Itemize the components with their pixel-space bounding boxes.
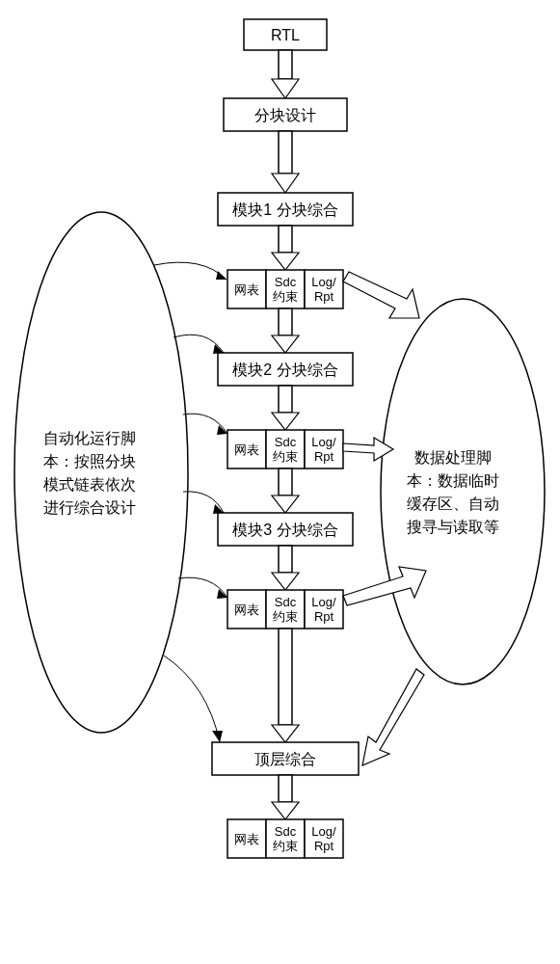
- arrow-part-m1: [272, 131, 299, 193]
- node-top-label: 顶层综合: [254, 751, 316, 767]
- svg-marker-16: [272, 413, 299, 430]
- svg-rect-28: [279, 629, 292, 725]
- cell-sdc-2: 约束: [273, 449, 298, 464]
- node-m1: 模块1 分块综合: [218, 193, 353, 226]
- svg-rect-31: [279, 775, 292, 802]
- arrow-r1-right: [343, 272, 419, 318]
- cell-log-2: Rpt: [314, 289, 334, 304]
- svg-rect-15: [279, 386, 292, 413]
- svg-marker-21: [272, 495, 299, 513]
- node-part: 分块设计: [224, 98, 347, 131]
- svg-marker-8: [272, 253, 299, 270]
- result-row-2: 网表 Sdc 约束 Log/ Rpt: [227, 430, 343, 469]
- result-row-top: 网表 Sdc 约束 Log/ Rpt: [227, 819, 343, 858]
- left-ellipse-l2: 本：按照分块: [43, 453, 136, 469]
- node-part-label: 分块设计: [254, 107, 316, 123]
- arrow-m2-r2: [272, 386, 299, 430]
- svg-rect-4: [279, 131, 292, 174]
- right-ellipse-l1: 数据处理脚: [414, 449, 492, 466]
- node-top: 顶层综合: [212, 742, 359, 775]
- svg-marker-47: [362, 669, 424, 765]
- svg-marker-29: [272, 725, 299, 742]
- svg-marker-44: [343, 272, 419, 318]
- arrow-rtl-part: [272, 50, 299, 98]
- cell-log-1: Log/: [311, 275, 336, 289]
- svg-rect-20: [279, 469, 292, 495]
- right-ellipse-l2: 本：数据临时: [407, 472, 499, 489]
- cell-log-1: Log/: [311, 435, 336, 449]
- cell-log-2: Rpt: [314, 449, 334, 464]
- cell-netlist: 网表: [234, 282, 259, 297]
- node-m3-label: 模块3 分块综合: [232, 522, 337, 538]
- cell-sdc-1: Sdc: [275, 824, 297, 839]
- left-ellipse-l1: 自动化运行脚: [43, 430, 136, 446]
- arrow-top-rtop: [272, 775, 299, 819]
- svg-rect-7: [279, 226, 292, 253]
- svg-marker-5: [272, 174, 299, 193]
- cell-sdc-1: Sdc: [275, 435, 297, 449]
- right-ellipse: 数据处理脚 本：数据临时 缓存区、自动 搜寻与读取等: [381, 299, 545, 684]
- cell-sdc-1: Sdc: [275, 595, 297, 609]
- left-ellipse-l3: 模式链表依次: [43, 476, 136, 493]
- left-ellipse: 自动化运行脚 本：按照分块 模式链表依次 进行综合设计: [14, 212, 188, 733]
- svg-rect-12: [279, 308, 292, 335]
- arrow-m1-r1: [272, 226, 299, 270]
- svg-point-36: [14, 212, 188, 733]
- node-m2: 模块2 分块综合: [218, 353, 353, 386]
- left-ellipse-l4: 进行综合设计: [43, 499, 136, 516]
- arrow-r2-m3: [272, 469, 299, 513]
- cell-log-1: Log/: [311, 595, 336, 609]
- cell-sdc-1: Sdc: [275, 275, 297, 289]
- node-m1-label: 模块1 分块综合: [232, 201, 337, 218]
- svg-rect-1: [279, 50, 292, 79]
- arrow-m3-r3: [272, 546, 299, 590]
- cell-netlist: 网表: [234, 602, 259, 617]
- svg-marker-42: [212, 731, 223, 742]
- arrow-r3-top: [272, 629, 299, 742]
- node-m2-label: 模块2 分块综合: [232, 362, 337, 378]
- svg-marker-32: [272, 802, 299, 819]
- right-ellipse-l4: 搜寻与读取等: [407, 519, 499, 535]
- cell-netlist: 网表: [234, 442, 259, 457]
- result-row-1: 网表 Sdc 约束 Log/ Rpt: [227, 270, 343, 308]
- node-m3: 模块3 分块综合: [218, 513, 353, 546]
- cell-log-2: Rpt: [314, 839, 334, 853]
- cell-sdc-2: 约束: [273, 289, 298, 304]
- cell-sdc-2: 约束: [273, 609, 298, 624]
- svg-marker-2: [272, 79, 299, 98]
- cell-netlist: 网表: [234, 832, 259, 846]
- node-rtl: RTL: [244, 19, 327, 50]
- cell-log-1: Log/: [311, 824, 336, 839]
- cell-log-2: Rpt: [314, 609, 334, 624]
- result-row-3: 网表 Sdc 约束 Log/ Rpt: [227, 590, 343, 629]
- svg-rect-23: [279, 546, 292, 573]
- arrow-r1-m2: [272, 308, 299, 353]
- svg-marker-13: [272, 335, 299, 353]
- cell-sdc-2: 约束: [273, 839, 298, 853]
- svg-point-43: [381, 299, 545, 684]
- right-ellipse-l3: 缓存区、自动: [407, 495, 499, 512]
- node-rtl-label: RTL: [271, 27, 300, 43]
- svg-marker-24: [272, 573, 299, 590]
- arrow-right-top: [362, 669, 424, 765]
